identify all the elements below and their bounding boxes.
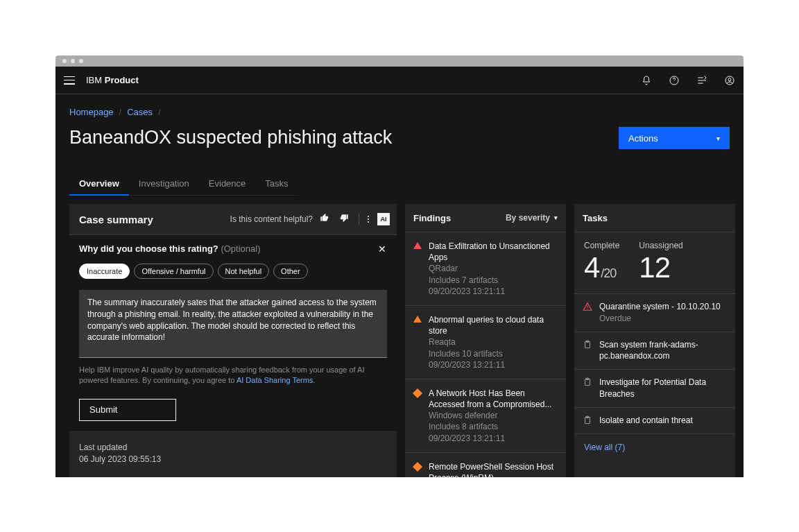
finding-item[interactable]: Remote PowerShell Session Host Process (… xyxy=(405,452,566,477)
feedback-textarea[interactable] xyxy=(79,290,387,358)
chip-inaccurate[interactable]: Inaccurate xyxy=(79,264,130,279)
tab-tasks[interactable]: Tasks xyxy=(255,173,298,196)
ai-terms-link[interactable]: AI Data Sharing Terms xyxy=(237,376,313,384)
clipboard-icon xyxy=(583,340,592,350)
window-dot xyxy=(79,59,83,63)
window-dot xyxy=(71,59,75,63)
close-icon[interactable]: ✕ xyxy=(377,244,387,254)
actions-button[interactable]: Actions ▾ xyxy=(619,127,730,149)
breadcrumb-sep: / xyxy=(119,107,122,117)
brand-prefix: IBM xyxy=(86,75,102,85)
severity-critical-icon xyxy=(413,242,422,250)
breadcrumb-sep: / xyxy=(158,107,161,117)
breadcrumb: Homepage / Cases / xyxy=(69,107,730,117)
findings-sort[interactable]: By severity ▾ xyxy=(506,213,558,223)
chip-other[interactable]: Other xyxy=(273,264,308,279)
help-icon[interactable] xyxy=(669,75,680,86)
feedback-title: Why did you choose this rating? (Optiona… xyxy=(79,243,261,254)
view-all-link[interactable]: View all (7) xyxy=(574,434,735,461)
clipboard-icon xyxy=(583,377,592,387)
complete-value: 4 xyxy=(584,253,599,282)
panel-case-summary: Case summary Is this content helpful? xyxy=(69,204,397,477)
menu-icon[interactable] xyxy=(64,76,75,85)
window-dot xyxy=(62,59,67,63)
svg-point-2 xyxy=(728,78,731,80)
brand: IBM Product xyxy=(86,75,139,85)
task-item[interactable]: Isolate and contain threat xyxy=(574,407,735,434)
complete-label: Complete xyxy=(584,241,619,250)
severity-medium-icon xyxy=(413,463,422,471)
actions-label: Actions xyxy=(628,133,658,144)
case-summary-title: Case summary xyxy=(79,214,153,225)
notification-icon[interactable] xyxy=(641,75,652,86)
complete-total: /20 xyxy=(601,267,616,280)
thumbs-down-icon[interactable] xyxy=(339,213,349,225)
ai-badge: AI xyxy=(377,213,390,225)
page-title: BaneandOX suspected phishing attack xyxy=(69,127,392,148)
thumbs-up-icon[interactable] xyxy=(320,213,329,225)
last-updated: Last updated 06 July 2023 09:55:13 xyxy=(69,431,397,477)
helpful-prompt: Is this content helpful? xyxy=(230,214,313,224)
severity-medium-icon xyxy=(413,389,422,397)
unassigned-value: 12 xyxy=(639,253,670,282)
finding-item[interactable]: Abnormal queries to cloud data store Rea… xyxy=(405,305,566,379)
overflow-menu-icon[interactable] xyxy=(366,214,370,224)
tab-overview[interactable]: Overview xyxy=(69,173,129,196)
finding-item[interactable]: Data Exfiltration to Unsanctioned Apps Q… xyxy=(405,232,566,305)
panel-tasks: Tasks Complete 4 /20 Unassigned xyxy=(574,204,735,477)
user-avatar-icon[interactable] xyxy=(724,75,735,86)
findings-title: Findings xyxy=(413,213,451,223)
svg-point-4 xyxy=(587,309,587,309)
tabs: Overview Investigation Evidence Tasks xyxy=(69,173,730,196)
window-chrome xyxy=(55,55,744,67)
breadcrumb-item[interactable]: Cases xyxy=(127,107,153,117)
breadcrumb-item[interactable]: Homepage xyxy=(69,107,114,117)
feedback-chips: Inaccurate Offensive / harmful Not helpf… xyxy=(79,264,387,279)
tasks-title: Tasks xyxy=(583,213,608,223)
clipboard-icon xyxy=(583,415,592,425)
last-updated-value: 06 July 2023 09:55:13 xyxy=(79,454,387,465)
tab-investigation[interactable]: Investigation xyxy=(129,173,199,196)
submit-button[interactable]: Submit xyxy=(79,399,176,421)
brand-name: Product xyxy=(105,75,139,85)
app-header: IBM Product xyxy=(55,67,744,94)
task-item[interactable]: Quarantine system - 10.10.20.10 Overdue xyxy=(574,293,735,332)
chip-not-helpful[interactable]: Not helpful xyxy=(218,264,270,279)
task-item[interactable]: Investigate for Potential Data Breaches xyxy=(574,369,735,407)
tasks-metrics: Complete 4 /20 Unassigned 12 xyxy=(574,232,735,293)
feedback-form: Why did you choose this rating? (Optiona… xyxy=(69,234,397,431)
last-updated-label: Last updated xyxy=(79,442,387,454)
task-item[interactable]: Scan system frank-adams-pc.baneandox.com xyxy=(574,332,735,370)
warning-icon xyxy=(583,302,592,311)
feedback-help-text: Help IBM improve AI quality by automatic… xyxy=(79,365,387,386)
chip-offensive[interactable]: Offensive / harmful xyxy=(134,264,213,279)
panel-findings: Findings By severity ▾ Data Exfiltration… xyxy=(405,204,566,477)
chevron-down-icon: ▾ xyxy=(554,214,558,221)
chevron-down-icon: ▾ xyxy=(716,135,720,142)
divider xyxy=(359,213,359,225)
switcher-icon[interactable] xyxy=(696,75,707,86)
finding-item[interactable]: A Network Host Has Been Accessed from a … xyxy=(405,379,566,452)
severity-high-icon xyxy=(413,316,422,324)
unassigned-label: Unassigned xyxy=(639,241,682,250)
tab-evidence[interactable]: Evidence xyxy=(199,173,255,196)
